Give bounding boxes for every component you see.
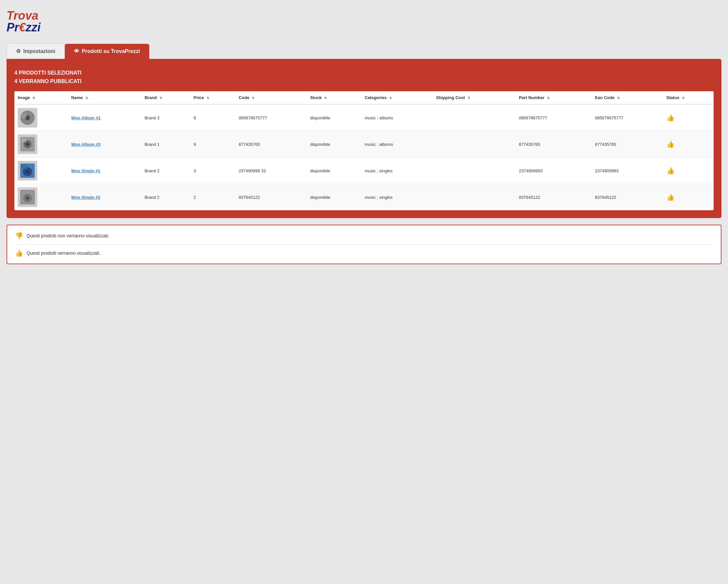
published-count: 4 VERRANNO PUBBLICATI xyxy=(15,77,713,86)
col-categories[interactable]: Categories ⇅ xyxy=(361,91,433,104)
cell-categories: music ; singles xyxy=(361,158,433,184)
main-panel: 4 PRODOTTI SELEZIONATI 4 VERRANNO PUBBLI… xyxy=(6,59,722,218)
cell-shipping-cost xyxy=(433,158,516,184)
cell-stock: disponibile xyxy=(307,158,361,184)
cell-code: 237490999 33 xyxy=(235,158,307,184)
sort-icon-status: ⇅ xyxy=(682,96,684,100)
logo: Trova Pr€zzi xyxy=(6,10,41,33)
legend-box: 👎 Questi prodotti non verranno visualizz… xyxy=(6,225,722,264)
cell-name[interactable]: Woo Single #1 xyxy=(68,158,141,184)
cell-price: 2 xyxy=(190,184,235,211)
col-price[interactable]: Price ⇅ xyxy=(190,91,235,104)
table-header-row: Image ⇅ Name ⇅ Brand ⇅ Price ⇅ Code ⇅ St… xyxy=(15,91,713,104)
legend-positive-text: Questi prodotti verranno visualizzati. xyxy=(27,250,101,256)
cell-name[interactable]: Woo Single #2 xyxy=(68,184,141,211)
product-link[interactable]: Woo Album #3 xyxy=(71,142,101,147)
cell-code: 677435765 xyxy=(235,131,307,158)
cell-brand: Brand 2 xyxy=(141,158,190,184)
logo-euro: € xyxy=(19,21,26,34)
product-image xyxy=(18,134,37,154)
sort-icon-categories: ⇅ xyxy=(389,96,392,100)
cell-status: 👍 xyxy=(663,184,713,211)
col-stock[interactable]: Stock ⇅ xyxy=(307,91,361,104)
cell-brand: Brand 3 xyxy=(141,104,190,131)
table-row: Woo Album #3Brand 19677435765disponibile… xyxy=(15,131,713,158)
product-image xyxy=(18,108,37,128)
sort-icon-brand: ⇅ xyxy=(159,96,162,100)
col-name[interactable]: Name ⇅ xyxy=(68,91,141,104)
sort-icon-shipping: ⇅ xyxy=(467,96,470,100)
col-image[interactable]: Image ⇅ xyxy=(15,91,68,104)
cell-image xyxy=(15,184,68,211)
tab-prodotti[interactable]: 👁 Prodotti su TrovaPrezzi xyxy=(65,44,149,59)
cell-ean-code: 837645122 xyxy=(592,184,663,211)
cell-name[interactable]: Woo Album #3 xyxy=(68,131,141,158)
cell-brand: Brand 1 xyxy=(141,131,190,158)
col-code[interactable]: Code ⇅ xyxy=(235,91,307,104)
tab-impostazioni-label: Impostazioni xyxy=(23,48,55,54)
legend-negative-text: Questi prodotti non verranno visualizzat… xyxy=(27,233,109,239)
product-image xyxy=(18,161,37,180)
svg-point-11 xyxy=(27,171,28,172)
cell-status: 👍 xyxy=(663,131,713,158)
cell-price: 9 xyxy=(190,131,235,158)
svg-rect-12 xyxy=(21,165,27,169)
col-part-number[interactable]: Part Number ⇅ xyxy=(516,91,592,104)
table-row: Woo Album #1Brand 39085678675777disponib… xyxy=(15,104,713,131)
cell-categories: music ; albums xyxy=(361,131,433,158)
product-link[interactable]: Woo Single #1 xyxy=(71,168,101,173)
sort-icon-name: ⇅ xyxy=(85,96,88,100)
selected-count: 4 PRODOTTI SELEZIONATI xyxy=(15,69,713,77)
cell-price: 3 xyxy=(190,158,235,184)
cell-code: 085678675777 xyxy=(235,104,307,131)
cell-shipping-cost xyxy=(433,104,516,131)
cell-ean-code: 2374909993 xyxy=(592,158,663,184)
table-row: Woo Single #1Brand 23237490999 33disponi… xyxy=(15,158,713,184)
svg-rect-7 xyxy=(22,139,27,142)
cell-code: 837645122 xyxy=(235,184,307,211)
tab-prodotti-label: Prodotti su TrovaPrezzi xyxy=(82,48,140,54)
cell-shipping-cost xyxy=(433,131,516,158)
cell-brand: Brand 2 xyxy=(141,184,190,211)
cell-stock: disponibile xyxy=(307,104,361,131)
sort-icon-price: ⇅ xyxy=(207,96,209,100)
logo-trova: Trova xyxy=(6,10,41,22)
svg-point-6 xyxy=(26,143,29,145)
col-status[interactable]: Status ⇅ xyxy=(663,91,713,104)
logo-area: Trova Pr€zzi xyxy=(6,6,722,37)
cell-name[interactable]: Woo Album #1 xyxy=(68,104,141,131)
sort-icon-stock: ⇅ xyxy=(324,96,327,100)
tabs-bar: ⚙ Impostazioni 👁 Prodotti su TrovaPrezzi xyxy=(6,43,722,59)
product-table: Image ⇅ Name ⇅ Brand ⇅ Price ⇅ Code ⇅ St… xyxy=(15,91,713,210)
svg-point-17 xyxy=(27,197,28,199)
col-brand[interactable]: Brand ⇅ xyxy=(141,91,190,104)
logo-prezzi: Pr€zzi xyxy=(6,22,41,33)
cell-status: 👍 xyxy=(663,158,713,184)
sort-icon-code: ⇅ xyxy=(252,96,254,100)
legend-divider xyxy=(15,244,713,245)
sort-icon-image: ⇅ xyxy=(32,96,35,100)
thumbs-up-icon: 👍 xyxy=(667,141,675,148)
sort-icon-partnumber: ⇅ xyxy=(547,96,550,100)
cell-price: 9 xyxy=(190,104,235,131)
cell-status: 👍 xyxy=(663,104,713,131)
cell-image xyxy=(15,131,68,158)
thumbs-down-icon: 👎 xyxy=(15,232,23,240)
legend-negative: 👎 Questi prodotti non verranno visualizz… xyxy=(15,232,713,240)
cell-categories: music ; albums xyxy=(361,104,433,131)
cell-part-number: 085678675777 xyxy=(516,104,592,131)
product-link[interactable]: Woo Album #1 xyxy=(71,115,101,120)
thumbs-up-icon: 👍 xyxy=(667,167,675,174)
thumbs-up-icon: 👍 xyxy=(667,114,675,121)
cell-ean-code: 677435765 xyxy=(592,131,663,158)
sort-icon-eancode: ⇅ xyxy=(617,96,620,100)
col-shipping-cost[interactable]: Shipping Cost ⇅ xyxy=(433,91,516,104)
product-link[interactable]: Woo Single #2 xyxy=(71,195,101,200)
thumbs-up-icon: 👍 xyxy=(15,249,23,257)
tab-impostazioni[interactable]: ⚙ Impostazioni xyxy=(6,43,65,59)
cell-stock: disponibile xyxy=(307,131,361,158)
gear-icon: ⚙ xyxy=(16,48,21,54)
cell-image xyxy=(15,104,68,131)
col-ean-code[interactable]: Ean Code ⇅ xyxy=(592,91,663,104)
cell-ean-code: 085678675777 xyxy=(592,104,663,131)
